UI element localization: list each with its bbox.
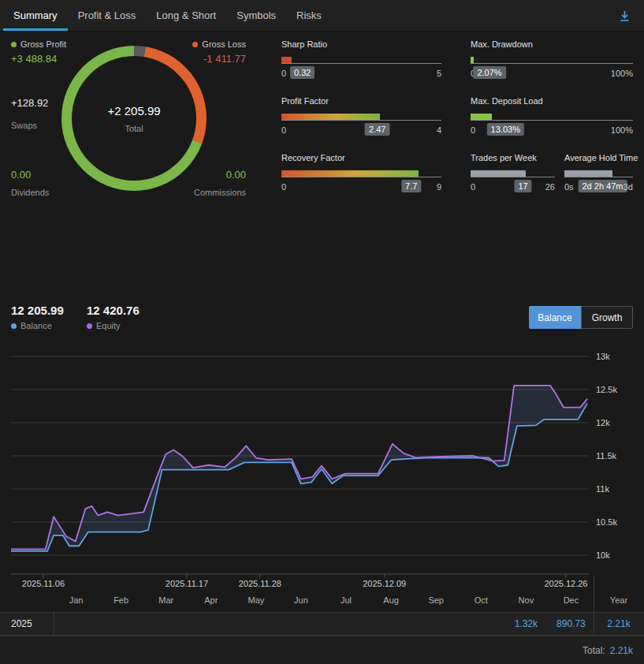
gauge-value-badge: 0.32 [290, 66, 315, 79]
swaps-stat: +128.92 Swaps [11, 97, 48, 130]
gauge-fill [281, 57, 292, 63]
balance-legend-dot [11, 323, 17, 329]
gauge-fill [471, 170, 526, 177]
swaps-label: Swaps [11, 121, 48, 130]
dividends-value: 0.00 [11, 169, 49, 181]
donut-total-label: Total [125, 124, 143, 133]
year-header: Year [594, 595, 644, 605]
tabs: SummaryProfit & LossLong & ShortSymbolsR… [0, 0, 644, 31]
gauge-fill [281, 114, 380, 120]
month-header-apr: Apr [188, 595, 233, 605]
year-total-value: 2.21k [594, 618, 644, 629]
equity-legend: Equity [87, 321, 121, 330]
balance-value: 12 205.99 [11, 304, 64, 317]
month-header-sep: Sep [414, 595, 459, 605]
gauge-track [471, 57, 633, 64]
monthly-table-header: JanFebMarAprMayJunJulAugSepOctNovDecYear [0, 590, 644, 610]
tab-symbols[interactable]: Symbols [226, 0, 286, 31]
month-value-nov: 1.32k [504, 618, 549, 629]
gauge-max-label: 3d [624, 182, 633, 192]
toggle-growth[interactable]: Growth [581, 306, 633, 329]
y-axis-label: 13k [596, 352, 610, 361]
toggle-balance[interactable]: Balance [529, 306, 581, 329]
gauge-fill [471, 57, 474, 63]
gauge-sharp-ratio: Sharp Ratio00.325 [281, 39, 441, 80]
month-header-jul: Jul [323, 595, 368, 605]
tab-long-short[interactable]: Long & Short [146, 0, 226, 31]
month-header-oct: Oct [459, 595, 504, 605]
gauge-profit-factor: Profit Factor02.474 [281, 96, 441, 137]
gauge-value-badge: 2.07% [473, 66, 505, 79]
total-label: Total: [583, 645, 605, 656]
gross-loss-label: Gross Loss [202, 39, 246, 49]
gauge-track [564, 170, 633, 177]
month-header-mar: Mar [143, 595, 188, 605]
gauge-label: Average Hold Time [564, 153, 633, 162]
y-axis-label: 11k [596, 484, 609, 494]
gauge-value-badge: 13.03% [487, 123, 524, 136]
equity-legend-dot [87, 323, 92, 329]
gauge-max-label: 9 [437, 182, 441, 192]
gauge-value-badge: 2.47 [365, 123, 389, 136]
gauge-value-badge: 7.7 [401, 180, 421, 192]
month-value-dec: 890.73 [549, 618, 594, 629]
total-value: 2.21k [610, 645, 633, 656]
trading-statistics-app: SummaryProfit & LossLong & ShortSymbolsR… [0, 0, 644, 664]
month-header-aug: Aug [369, 595, 414, 605]
gauge-min-label: 0 [471, 125, 475, 135]
commissions-value: 0.00 [181, 169, 246, 181]
balance-equity-area [11, 386, 587, 551]
gauge-scale: 01726 [471, 180, 555, 194]
gauge-label: Sharp Ratio [281, 39, 441, 49]
gauge-min-label: 0 [471, 182, 475, 192]
commissions-label: Commissions [181, 188, 246, 197]
gauge-track [281, 170, 441, 177]
gross-profit-stat: Gross Profit +3 488.84 [11, 39, 66, 65]
gauge-label: Max. Drawdown [471, 39, 633, 49]
x-axis-label: 2025.12.09 [363, 579, 406, 588]
gauge-value-badge: 17 [514, 180, 531, 192]
x-axis-label: 2025.11.17 [166, 579, 208, 588]
tab-risks[interactable]: Risks [286, 0, 332, 31]
gauge-label: Max. Deposit Load [471, 96, 633, 106]
gauge-recovery-factor: Recovery Factor07.79 [281, 153, 441, 194]
gauge-scale: 013.03%100% [471, 123, 633, 137]
table-separator-year [594, 576, 594, 636]
gauge-scale: 07.79 [281, 180, 441, 194]
gauge-max-label: 100% [611, 125, 633, 135]
gauge-max-label: 26 [545, 182, 555, 192]
gauge-fill [281, 170, 419, 177]
download-button[interactable] [613, 0, 636, 32]
donut-total-value: +2 205.99 [107, 104, 160, 118]
gross-profit-value: +3 488.84 [11, 53, 66, 65]
chart-mode-toggle: BalanceGrowth [529, 306, 633, 329]
gauge-max-drawdown: Max. Drawdown02.07%100% [471, 39, 633, 80]
equity-value: 12 420.76 [87, 304, 140, 317]
month-header-nov: Nov [504, 595, 549, 605]
month-header-dec: Dec [549, 595, 594, 605]
gauge-min-label: 0 [281, 125, 286, 135]
gauge-track [471, 170, 555, 177]
gauge-scale: 02.07%100% [471, 66, 633, 80]
gauge-value-badge: 2d 2h 47m [579, 180, 627, 192]
balance-legend-label: Balance [20, 321, 52, 330]
y-axis-label: 12.5k [596, 385, 617, 394]
commissions-stat: 0.00 Commissions [181, 169, 246, 197]
gauge-track [281, 114, 441, 121]
tab-bar: SummaryProfit & LossLong & ShortSymbolsR… [0, 0, 644, 32]
row-year-label: 2025 [0, 618, 54, 629]
x-axis-label: 2025.11.28 [239, 579, 281, 588]
gauge-label: Trades per Week [471, 153, 555, 162]
gauge-label: Recovery Factor [281, 153, 441, 162]
tab-summary[interactable]: Summary [3, 0, 68, 31]
monthly-table-row[interactable]: 20251.32k890.732.21k [0, 612, 644, 636]
table-separator-rowlabel [54, 612, 54, 636]
gauge-track [471, 114, 633, 121]
gauge-fill [471, 114, 492, 120]
y-axis-label: 11.5k [596, 451, 617, 461]
gauge-max-label: 4 [437, 125, 441, 135]
balance-chart-svg[interactable]: 13k12.5k12k11.5k11k10.5k10k2025.11.06202… [0, 347, 644, 593]
tab-profit-loss[interactable]: Profit & Loss [68, 0, 147, 31]
gauge-track [281, 57, 441, 64]
equity-legend-label: Equity [96, 321, 121, 330]
